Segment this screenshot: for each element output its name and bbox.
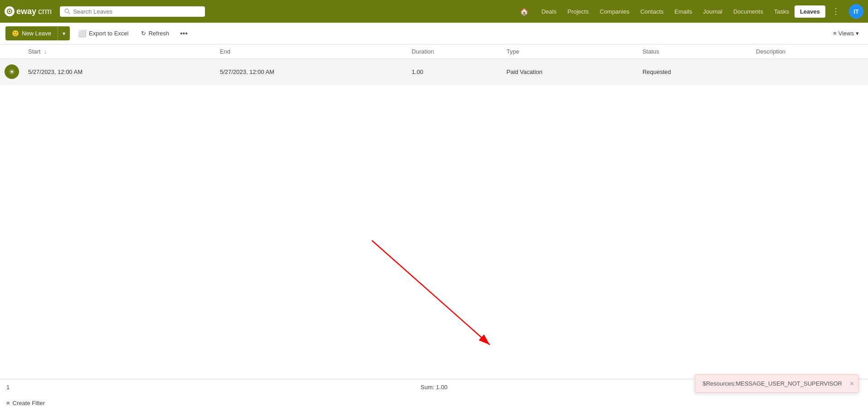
col-end[interactable]: End <box>215 44 407 59</box>
toast-message: $Resources:MESSAGE_USER_NOT_SUPERVISOR <box>702 380 842 387</box>
nav-projects[interactable]: Projects <box>562 5 594 18</box>
toolbar: 🙂 New Leave ▾ ⬜ Export to Excel ↻ Refres… <box>0 23 868 44</box>
table-row[interactable]: ☀ 5/27/2023, 12:00 AM 5/27/2023, 12:00 A… <box>0 59 868 85</box>
row-icon-cell: ☀ <box>0 59 24 85</box>
col-status[interactable]: Status <box>638 44 751 59</box>
logo-suffix: crm <box>38 7 52 16</box>
create-filter-bar: ≡ Create Filter <box>0 395 868 411</box>
filter-icon: ≡ <box>6 400 10 406</box>
logo[interactable]: eway crm <box>5 6 52 16</box>
cell-description <box>751 59 868 85</box>
nav-documents[interactable]: Documents <box>728 5 769 18</box>
table-header: Start ↓ End Duration Type Status Descrip… <box>0 44 868 59</box>
smiley-icon: 🙂 <box>12 30 19 37</box>
svg-line-3 <box>68 12 70 14</box>
col-start[interactable]: Start ↓ <box>24 44 215 59</box>
cell-type: Paid Vacation <box>502 59 638 85</box>
logo-icon <box>5 6 15 16</box>
views-button[interactable]: ≡ Views ▾ <box>829 27 863 39</box>
refresh-button[interactable]: ↻ Refresh <box>137 27 174 39</box>
svg-point-1 <box>9 10 10 12</box>
views-chevron-icon: ▾ <box>856 30 859 37</box>
leaves-table: Start ↓ End Duration Type Status Descrip… <box>0 44 868 85</box>
refresh-icon: ↻ <box>141 30 146 37</box>
new-leave-button[interactable]: 🙂 New Leave <box>5 26 58 40</box>
new-leave-dropdown-button[interactable]: ▾ <box>58 26 70 40</box>
col-duration[interactable]: Duration <box>407 44 502 59</box>
export-to-excel-button[interactable]: ⬜ Export to Excel <box>73 27 133 40</box>
user-avatar[interactable]: IT <box>849 4 863 19</box>
new-leave-group: 🙂 New Leave ▾ <box>5 26 70 40</box>
search-icon <box>64 8 70 15</box>
nav-tasks[interactable]: Tasks <box>769 5 795 18</box>
cell-duration: 1.00 <box>407 59 502 85</box>
top-nav: eway crm 🏠 Deals Projects Companies Cont… <box>0 0 868 23</box>
export-icon: ⬜ <box>78 29 87 38</box>
svg-point-2 <box>65 9 68 13</box>
nav-journal[interactable]: Journal <box>697 5 728 18</box>
leave-row-icon: ☀ <box>5 64 19 79</box>
home-icon[interactable]: 🏠 <box>516 5 532 19</box>
toolbar-more-button[interactable]: ••• <box>177 28 190 39</box>
col-description[interactable]: Description <box>751 44 868 59</box>
col-icon <box>0 44 24 59</box>
toast-notification: $Resources:MESSAGE_USER_NOT_SUPERVISOR × <box>695 374 859 393</box>
col-type[interactable]: Type <box>502 44 638 59</box>
nav-deals[interactable]: Deals <box>536 5 562 18</box>
create-filter-button[interactable]: ≡ Create Filter <box>6 400 45 406</box>
main-content: 🙂 New Leave ▾ ⬜ Export to Excel ↻ Refres… <box>0 23 868 411</box>
sum-label: Sum: 1.00 <box>420 384 447 391</box>
sort-down-icon: ↓ <box>44 48 47 55</box>
nav-companies[interactable]: Companies <box>594 5 635 18</box>
cell-start: 5/27/2023, 12:00 AM <box>24 59 215 85</box>
more-options-icon[interactable]: ⋮ <box>829 5 843 18</box>
nav-links: Deals Projects Companies Contacts Emails… <box>536 5 825 18</box>
nav-leaves[interactable]: Leaves <box>795 5 825 18</box>
views-icon: ≡ <box>833 30 837 37</box>
nav-emails[interactable]: Emails <box>669 5 697 18</box>
nav-contacts[interactable]: Contacts <box>635 5 669 18</box>
table-container: Start ↓ End Duration Type Status Descrip… <box>0 44 868 379</box>
toast-close-button[interactable]: × <box>850 380 854 388</box>
cell-status: Requested <box>638 59 751 85</box>
logo-text: eway <box>16 7 36 16</box>
chevron-down-icon: ▾ <box>63 30 65 37</box>
table-body: ☀ 5/27/2023, 12:00 AM 5/27/2023, 12:00 A… <box>0 59 868 85</box>
search-bar[interactable] <box>60 6 205 17</box>
cell-end: 5/27/2023, 12:00 AM <box>215 59 407 85</box>
search-input[interactable] <box>73 8 200 15</box>
record-count: 1 <box>6 384 10 391</box>
